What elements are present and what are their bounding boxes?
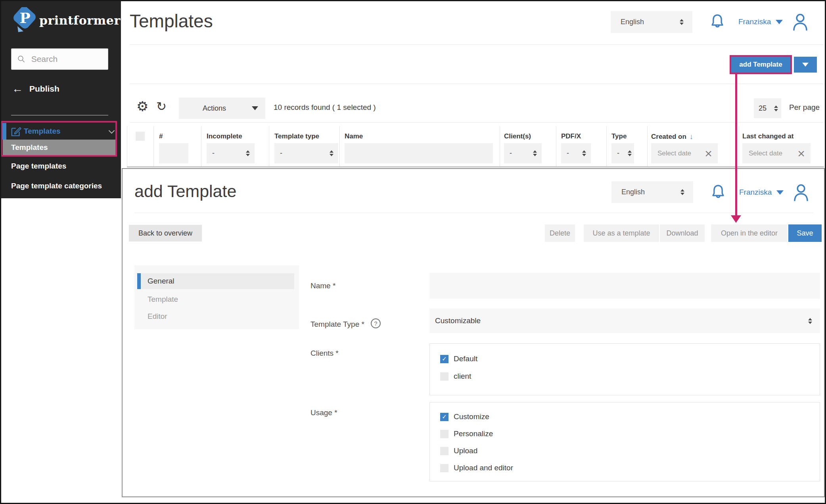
delete-button[interactable]: Delete [545,224,575,242]
sidebar-item-templates-section[interactable]: Templates [24,127,61,136]
notifications-bell-icon[interactable] [708,13,726,33]
settings-gear-icon[interactable]: ⚙ [136,98,148,114]
app-window: Templates English Franziska add Template… [0,0,826,504]
per-page-value: 25 [759,104,774,113]
use-as-template-button[interactable]: Use as a template [584,224,659,242]
select-arrows-icon [330,150,333,156]
sidebar-divider [11,115,108,115]
filter-incomplete-select[interactable]: - [207,143,255,163]
user-menu-caret-icon[interactable] [776,190,784,195]
actions-select-value: Actions [203,104,252,113]
per-page-select[interactable]: 25 [754,98,781,118]
language-select-value: English [621,188,680,196]
search-input[interactable] [31,54,102,64]
name-field[interactable] [429,273,820,299]
open-in-editor-button[interactable]: Open in the editor [711,224,788,242]
column-header-created-on[interactable]: Created on ↓ [651,132,693,141]
checkbox-usage-upload-editor[interactable]: Upload and editor [440,464,513,472]
tab-template[interactable]: Template [148,295,178,304]
language-select[interactable]: English [611,11,692,33]
filter-number-input[interactable] [159,143,188,163]
checkbox-client-default[interactable]: ✓ Default [440,355,477,363]
back-to-publish[interactable]: ← Publish [12,83,59,94]
date-placeholder: Select date [749,149,797,157]
user-menu-caret-icon[interactable] [776,20,783,24]
select-all-checkbox[interactable] [136,132,145,141]
filter-clients-select[interactable]: - [504,143,542,163]
select-arrows-icon [808,318,812,324]
filter-template-type-select[interactable]: - [274,143,338,163]
modal-nav: General Template Editor [134,265,299,329]
user-menu-name[interactable]: Franziska [739,188,772,197]
templates-edit-icon [10,125,22,137]
records-count: 10 records found ( 1 selected ) [274,103,376,112]
search-icon [17,54,26,64]
checkbox-usage-personalize[interactable]: Personalize [440,429,493,438]
column-header-template-type[interactable]: Template type [274,132,319,140]
checkbox-client-client[interactable]: client [440,372,471,381]
user-avatar-icon[interactable] [791,182,811,203]
checkbox-label: Personalize [454,429,493,438]
select-arrows-icon [680,189,684,195]
filter-created-on-date[interactable]: Select date × [651,143,718,163]
clear-date-icon[interactable]: × [705,147,712,160]
add-template-dropdown-button[interactable] [794,57,817,73]
back-to-overview-button[interactable]: Back to overview [129,225,202,241]
column-header-type[interactable]: Type [611,132,627,140]
sidebar-search[interactable] [11,48,108,70]
template-type-select[interactable]: Customizable [429,309,820,333]
column-header-pdfx[interactable]: PDF/X [561,132,581,140]
refresh-icon[interactable]: ↻ [156,99,167,114]
tab-general[interactable]: General [137,273,294,289]
checkbox-usage-customize[interactable]: ✓ Customize [440,412,489,421]
sidebar-item-page-template-categories[interactable]: Page template categories [11,182,102,190]
column-header-clients[interactable]: Client(s) [504,132,531,140]
tab-editor[interactable]: Editor [148,312,167,321]
clients-panel: ✓ Default client [429,343,820,395]
sidebar-item-page-templates[interactable]: Page templates [11,162,66,171]
user-menu-name[interactable]: Franziska [738,17,771,26]
help-icon[interactable]: ? [371,318,381,328]
template-type-value: Customizable [435,316,808,325]
checkbox-label: Default [454,355,477,363]
column-header-last-changed[interactable]: Last changed at [742,132,793,140]
add-template-modal: add Template English Franziska Back to o… [122,168,825,497]
per-page-label: Per page [789,103,820,112]
filter-value: - [567,149,582,157]
checkbox-label: Customize [454,412,489,421]
select-arrows-icon [582,150,586,156]
filter-value: - [510,149,533,157]
column-divider [739,126,739,167]
save-button[interactable]: Save [788,224,822,242]
language-select[interactable]: English [611,181,693,203]
filter-value: - [280,149,330,157]
chevron-down-icon[interactable] [109,128,115,134]
actions-select[interactable]: Actions [179,98,265,119]
column-divider [500,126,500,167]
clear-date-icon[interactable]: × [797,147,805,160]
user-avatar-icon[interactable] [790,11,811,33]
annotation-arrow-line [735,74,737,216]
active-section-bar [2,123,6,140]
column-header-incomplete[interactable]: Incomplete [207,132,242,140]
printformer-logo-icon: P [10,7,38,34]
checkbox-unchecked-icon [440,464,448,472]
filter-pdfx-select[interactable]: - [561,143,591,163]
checkbox-checked-icon: ✓ [440,413,448,421]
notifications-bell-icon[interactable] [709,183,727,203]
checkbox-usage-upload[interactable]: Upload [440,447,477,455]
date-placeholder: Select date [657,149,705,157]
add-template-button[interactable]: add Template [731,57,790,73]
column-divider [153,126,154,167]
column-header-name[interactable]: Name [345,132,363,140]
sidebar-item-templates[interactable]: Templates [3,140,117,155]
filter-name-input[interactable] [345,143,493,163]
filter-last-changed-date[interactable]: Select date × [742,143,811,163]
download-button[interactable]: Download [660,224,705,242]
filter-type-select[interactable]: - [611,143,634,163]
column-divider [556,126,556,167]
column-header-number[interactable]: # [159,132,163,140]
back-arrow-icon: ← [12,83,23,94]
svg-text:P: P [19,10,30,26]
checkbox-unchecked-icon [440,447,448,455]
